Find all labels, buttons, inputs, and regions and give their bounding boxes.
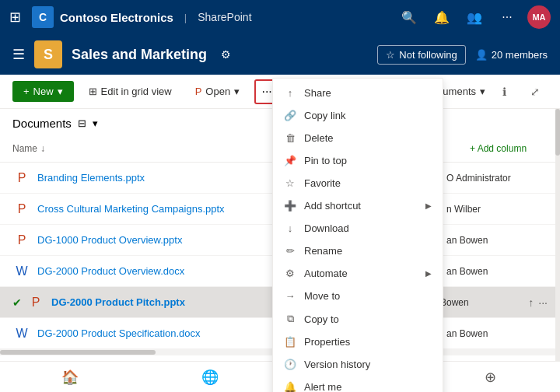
app-grid-icon[interactable]: ⊞ (9, 9, 21, 26)
file-icon-docx: W (12, 324, 31, 343)
alert-me-label: Alert me (304, 381, 432, 392)
move-to-label: Move to (304, 290, 432, 302)
file-modified-by: n Wilber (446, 204, 548, 215)
new-button[interactable]: + New ▾ (12, 81, 74, 102)
members-button[interactable]: 👤 20 members (475, 49, 548, 61)
notifications-icon[interactable]: 🔔 (429, 5, 454, 30)
copy-to-label: Copy to (304, 313, 432, 325)
menu-item-delete[interactable]: 🗑 Delete (273, 127, 443, 149)
menu-item-download[interactable]: ↓ Download (273, 217, 443, 240)
view-toggle-icon[interactable]: ⊟ (78, 117, 86, 129)
add-column-header[interactable]: + Add column (470, 143, 548, 154)
move-to-icon: → (284, 290, 296, 302)
add-column-label: + Add column (470, 143, 527, 154)
properties-icon: 📋 (284, 336, 296, 348)
hamburger-icon[interactable]: ☰ (12, 46, 25, 63)
file-modified-by: an Bowen (446, 235, 548, 246)
site-logo: S (34, 40, 62, 68)
expand-icon[interactable]: ⤢ (523, 79, 548, 104)
menu-item-alert-me[interactable]: 🔔 Alert me (273, 376, 443, 392)
download-icon: ↓ (284, 222, 296, 234)
pin-label: Pin to top (304, 155, 432, 166)
file-icon-pptx: P (12, 169, 31, 187)
new-label: New (33, 86, 54, 97)
menu-item-move-to[interactable]: → Move to (273, 285, 443, 307)
app-logo-icon: C (32, 6, 54, 28)
logo-container: C Contoso Electronics (32, 6, 173, 28)
vertical-scrollbar[interactable] (555, 109, 560, 361)
globe-nav-item[interactable]: 🌐 (194, 362, 226, 393)
documents-title: Documents (12, 117, 72, 130)
copy-to-icon: ⧉ (284, 313, 296, 325)
edit-grid-button[interactable]: ⊞ Edit in grid view (80, 81, 180, 102)
site-settings-icon[interactable]: ⚙ (221, 48, 231, 61)
download-label: Download (304, 222, 432, 234)
rename-label: Rename (304, 245, 432, 257)
open-button[interactable]: P Open ▾ (187, 81, 248, 102)
name-sort-icon: ↓ (40, 143, 45, 154)
menu-item-favorite[interactable]: ☆ Favorite (273, 172, 443, 194)
share-label: Share (304, 87, 432, 99)
star-icon: ☆ (386, 49, 395, 61)
powerpoint-icon: P (195, 86, 202, 97)
file-icon-pptx: P (26, 293, 45, 312)
home-nav-item[interactable]: 🏠 (54, 362, 86, 393)
menu-item-automate[interactable]: ⚙ Automate ▶ (273, 262, 443, 285)
menu-item-copy-to[interactable]: ⧉ Copy to (273, 307, 443, 331)
horizontal-scroll-thumb[interactable] (0, 350, 156, 355)
plus-icon: + (23, 86, 30, 97)
nav-divider: | (184, 12, 187, 23)
share-menu-icon: ↑ (284, 87, 296, 99)
automate-arrow-icon: ▶ (425, 269, 432, 278)
site-header: ☰ S Sales and Marketing ⚙ ☆ Not followin… (0, 34, 560, 75)
menu-item-copy-link[interactable]: 🔗 Copy link (273, 104, 443, 127)
alert-me-icon: 🔔 (284, 381, 296, 392)
app-name: Contoso Electronics (60, 11, 173, 24)
file-modified-by: O Administrator (446, 173, 548, 184)
delete-label: Delete (304, 132, 432, 144)
menu-item-rename[interactable]: ✏ Rename (273, 240, 443, 262)
open-label: Open (205, 86, 230, 97)
automate-label: Automate (304, 268, 418, 279)
open-chevron-icon: ▾ (234, 86, 240, 97)
top-navigation: ⊞ C Contoso Electronics | SharePoint 🔍 🔔… (0, 0, 560, 34)
copy-link-icon: 🔗 (284, 110, 296, 121)
file-icon-pptx: P (12, 231, 31, 250)
automate-icon: ⚙ (284, 268, 296, 279)
share-file-icon[interactable]: ↑ (528, 296, 534, 309)
add-shortcut-icon: ➕ (284, 200, 296, 212)
search-icon[interactable]: 🔍 (397, 5, 422, 30)
share-icon[interactable]: 👥 (462, 5, 487, 30)
file-icon-docx: W (12, 262, 31, 281)
more-options-icon[interactable]: ··· (495, 5, 520, 30)
file-modified-by: an Bowen (446, 266, 548, 277)
doc-header-chevron-icon[interactable]: ▾ (93, 117, 98, 129)
more-file-icon[interactable]: ··· (538, 296, 548, 309)
follow-label: Not following (399, 49, 457, 61)
delete-icon: 🗑 (284, 132, 296, 144)
checked-icon: ✔ (12, 296, 22, 309)
vertical-scroll-thumb[interactable] (555, 109, 560, 156)
menu-item-pin[interactable]: 📌 Pin to top (273, 149, 443, 172)
add-nav-item[interactable]: ⊕ (474, 362, 506, 393)
rename-icon: ✏ (284, 245, 296, 257)
menu-item-add-shortcut[interactable]: ➕ Add shortcut ▶ (273, 194, 443, 217)
follow-button[interactable]: ☆ Not following (377, 45, 465, 65)
chevron-down-icon: ▾ (58, 86, 63, 97)
menu-item-properties[interactable]: 📋 Properties (273, 331, 443, 353)
members-label: 20 members (492, 49, 548, 61)
menu-item-share[interactable]: ↑ Share (273, 82, 443, 104)
context-menu: ↑ Share 🔗 Copy link 🗑 Delete 📌 Pin to to… (272, 78, 443, 392)
favorite-label: Favorite (304, 177, 432, 189)
menu-item-version-history[interactable]: 🕐 Version history (273, 353, 443, 376)
name-column-header[interactable]: Name ↓ (12, 143, 291, 154)
user-avatar[interactable]: MA (527, 5, 551, 29)
edit-grid-label: Edit in grid view (101, 86, 172, 97)
info-icon[interactable]: ℹ (492, 79, 516, 104)
pin-icon: 📌 (284, 155, 296, 166)
copy-link-label: Copy link (304, 110, 432, 121)
favorite-icon: ☆ (284, 177, 296, 189)
site-title: Sales and Marketing (72, 47, 207, 63)
all-docs-chevron-icon: ▾ (480, 86, 485, 97)
name-header-label: Name (12, 143, 37, 154)
